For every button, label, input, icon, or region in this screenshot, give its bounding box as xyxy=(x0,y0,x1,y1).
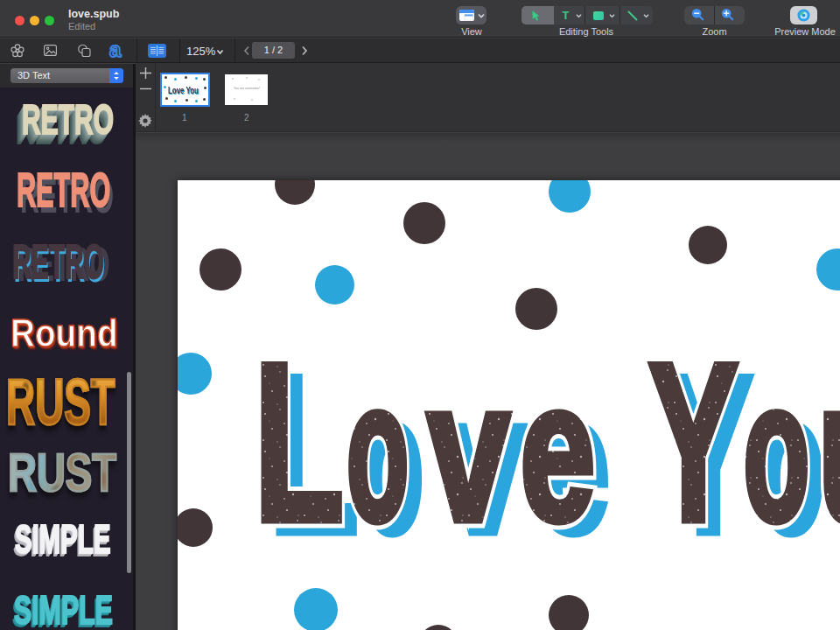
svg-text:u: u xyxy=(818,340,840,562)
svg-text:v: v xyxy=(428,340,510,562)
svg-text:Y: Y xyxy=(649,317,738,567)
svg-text:e: e xyxy=(521,340,596,562)
svg-text:o: o xyxy=(346,340,409,562)
svg-text:o: o xyxy=(744,340,810,562)
svg-text:L: L xyxy=(254,317,344,567)
